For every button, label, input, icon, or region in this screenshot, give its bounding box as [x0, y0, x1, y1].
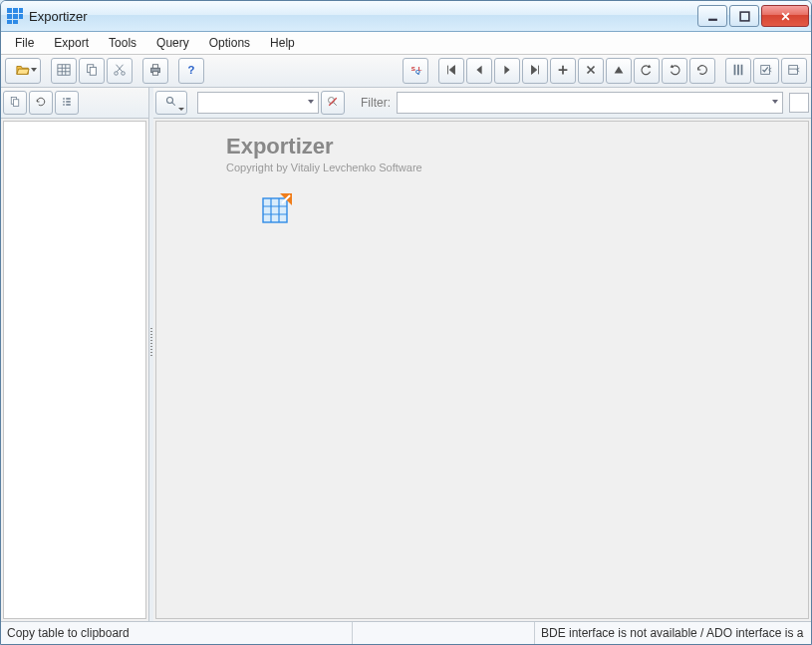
filter-input[interactable]: [397, 92, 783, 114]
clear-icon: [327, 96, 339, 111]
main-toolbar: ? SQL: [1, 55, 811, 88]
refresh-button[interactable]: [689, 58, 715, 84]
clear-search-button[interactable]: [321, 91, 345, 115]
svg-line-41: [172, 102, 175, 105]
last-icon: [528, 63, 542, 80]
folder-open-icon: [16, 63, 30, 80]
svg-point-18: [122, 71, 126, 75]
print-button[interactable]: [142, 58, 168, 84]
left-tree-view[interactable]: [3, 121, 146, 619]
add-record-button[interactable]: [550, 58, 576, 84]
status-middle: [353, 622, 535, 644]
list-icon: [61, 96, 73, 111]
menu-help[interactable]: Help: [260, 34, 305, 52]
last-record-button[interactable]: [522, 58, 548, 84]
svg-rect-37: [66, 101, 71, 103]
svg-rect-1: [13, 8, 18, 13]
export-icon: [787, 63, 801, 80]
help-button[interactable]: ?: [178, 58, 204, 84]
svg-rect-7: [13, 20, 18, 24]
columns-icon: [731, 63, 745, 80]
printer-icon: [148, 63, 162, 80]
columns-button[interactable]: [725, 58, 751, 84]
splash-logo-icon: [260, 191, 422, 228]
chevron-down-icon: [178, 108, 184, 111]
svg-text:?: ?: [188, 63, 195, 75]
left-list-button[interactable]: [55, 91, 79, 115]
svg-rect-28: [741, 64, 743, 75]
left-refresh-button[interactable]: [29, 91, 53, 115]
splitter[interactable]: [149, 88, 153, 621]
delete-record-button[interactable]: [578, 58, 604, 84]
export-button[interactable]: [781, 58, 807, 84]
bookmark-icon: [759, 63, 773, 80]
menu-query[interactable]: Query: [146, 34, 199, 52]
undo-button[interactable]: [634, 58, 660, 84]
copy-button[interactable]: [79, 58, 105, 84]
svg-rect-20: [152, 64, 157, 68]
svg-point-42: [329, 97, 335, 103]
help-icon: ?: [184, 63, 198, 80]
filter-apply-checkbox[interactable]: [789, 93, 809, 113]
body-area: Filter: Exportizer Copyright by Vitaliy …: [1, 88, 811, 621]
left-copy-button[interactable]: [3, 91, 27, 115]
maximize-button[interactable]: [729, 5, 759, 27]
menu-file[interactable]: File: [5, 34, 44, 52]
svg-rect-33: [14, 99, 19, 106]
plus-icon: [556, 63, 570, 80]
filter-label: Filter:: [355, 96, 395, 110]
table-view-button[interactable]: [51, 58, 77, 84]
next-record-button[interactable]: [494, 58, 520, 84]
search-dropdown-button[interactable]: [155, 91, 187, 115]
svg-rect-10: [58, 64, 70, 75]
up-triangle-icon: [612, 63, 626, 80]
app-icon: [7, 8, 23, 24]
app-window: Exportizer File Export Tools Query Optio…: [0, 0, 812, 645]
svg-rect-21: [152, 71, 157, 75]
svg-line-43: [334, 102, 337, 105]
copy-icon: [85, 63, 99, 80]
svg-rect-26: [734, 64, 736, 75]
status-left: Copy table to clipboard: [1, 622, 353, 644]
svg-rect-4: [13, 14, 18, 19]
content-area: Exportizer Copyright by Vitaliy Levchenk…: [155, 121, 809, 619]
edit-record-button[interactable]: [606, 58, 632, 84]
svg-rect-27: [737, 64, 739, 75]
close-button[interactable]: [761, 5, 809, 27]
refresh-icon: [695, 63, 709, 80]
svg-rect-39: [66, 104, 71, 106]
open-button[interactable]: [5, 58, 41, 84]
menubar: File Export Tools Query Options Help: [1, 32, 811, 55]
first-record-button[interactable]: [438, 58, 464, 84]
svg-point-17: [115, 71, 119, 75]
redo-button[interactable]: [662, 58, 687, 84]
window-title: Exportizer: [29, 9, 695, 24]
minimize-button[interactable]: [697, 5, 727, 27]
menu-export[interactable]: Export: [44, 34, 99, 52]
svg-point-40: [167, 97, 173, 103]
menu-tools[interactable]: Tools: [99, 34, 146, 52]
svg-rect-8: [708, 18, 717, 20]
cut-button[interactable]: [107, 58, 133, 84]
refresh-icon: [35, 96, 47, 111]
left-panel-toolbar: [1, 88, 148, 119]
svg-text:L: L: [418, 64, 422, 71]
menu-options[interactable]: Options: [199, 34, 260, 52]
svg-rect-34: [63, 98, 65, 100]
field-combo[interactable]: [197, 92, 319, 114]
sql-button[interactable]: SQL: [403, 58, 428, 84]
table-icon: [57, 63, 71, 80]
splash-title: Exportizer: [226, 134, 422, 160]
svg-rect-16: [90, 67, 96, 75]
bookmark-button[interactable]: [753, 58, 779, 84]
status-right: BDE interface is not available / ADO int…: [535, 622, 811, 644]
undo-icon: [640, 63, 654, 80]
svg-rect-36: [63, 101, 65, 103]
svg-rect-38: [63, 104, 65, 106]
titlebar: Exportizer: [1, 1, 811, 32]
prev-record-button[interactable]: [466, 58, 492, 84]
window-controls: [695, 5, 809, 27]
svg-rect-3: [7, 14, 12, 19]
scissors-icon: [113, 63, 127, 80]
sql-icon: SQL: [408, 63, 422, 80]
